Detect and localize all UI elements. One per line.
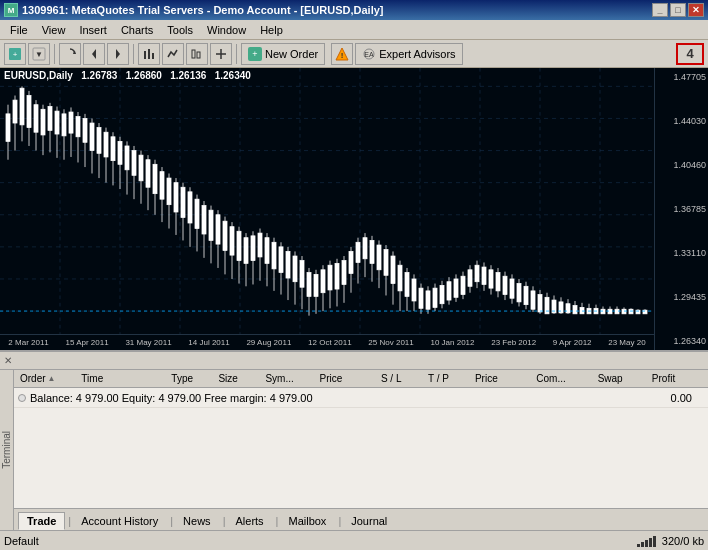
tab-sep-1: | xyxy=(68,515,71,527)
tab-mailbox[interactable]: Mailbox xyxy=(279,512,335,530)
svg-rect-125 xyxy=(314,274,318,296)
svg-rect-149 xyxy=(398,265,402,291)
bottom-tabs: Trade | Account History | News | Alerts … xyxy=(14,508,708,530)
terminal-close-button[interactable]: ✕ xyxy=(4,355,12,366)
notification-badge[interactable]: 4 xyxy=(676,43,704,65)
svg-rect-117 xyxy=(286,251,290,278)
signal-bar-4 xyxy=(649,538,652,547)
time-label-5: 29 Aug 2011 xyxy=(246,338,291,347)
svg-rect-55 xyxy=(69,112,73,133)
col-header-type: Type xyxy=(169,373,216,384)
svg-rect-93 xyxy=(202,206,206,234)
price-scale: 1.47705 1.44030 1.40460 1.36785 1.33110 … xyxy=(654,68,708,350)
app-icon: M xyxy=(4,3,18,17)
price-label-6: 1.29435 xyxy=(657,292,706,302)
svg-rect-10 xyxy=(192,50,195,58)
svg-rect-73 xyxy=(132,151,136,176)
terminal-panel: ✕ Terminal Order ▲ Time Type xyxy=(0,350,708,530)
terminal-main: Order ▲ Time Type Size Sym... Price S / … xyxy=(14,370,708,530)
toolbar-sep-1 xyxy=(54,44,55,64)
close-button[interactable]: ✕ xyxy=(688,3,704,17)
toolbar-forward[interactable] xyxy=(107,43,129,65)
toolbar-refresh[interactable] xyxy=(59,43,81,65)
svg-rect-199 xyxy=(573,306,577,314)
svg-rect-87 xyxy=(181,187,185,217)
svg-rect-141 xyxy=(370,240,374,263)
svg-rect-201 xyxy=(580,307,584,313)
toolbar-warning[interactable]: ! xyxy=(331,43,353,65)
tab-sep-5: | xyxy=(338,515,341,527)
status-right: 320/0 kb xyxy=(637,535,704,547)
svg-rect-131 xyxy=(335,263,339,289)
tab-sep-2: | xyxy=(170,515,173,527)
menu-charts[interactable]: Charts xyxy=(115,22,159,38)
svg-rect-215 xyxy=(629,309,633,314)
svg-rect-177 xyxy=(496,273,500,291)
time-label-10: 9 Apr 2012 xyxy=(553,338,592,347)
svg-rect-61 xyxy=(90,123,94,151)
status-memory: 320/0 kb xyxy=(662,535,704,547)
svg-rect-121 xyxy=(300,261,304,288)
svg-rect-63 xyxy=(97,128,101,154)
chart-symbol: EURUSD,Daily 1.26783 1.26860 1.26136 1.2… xyxy=(4,70,251,81)
svg-rect-185 xyxy=(524,286,528,304)
toolbar-back[interactable] xyxy=(83,43,105,65)
toolbar-chart3[interactable] xyxy=(186,43,208,65)
new-order-label: New Order xyxy=(265,48,318,60)
svg-rect-119 xyxy=(293,256,297,282)
tab-alerts[interactable]: Alerts xyxy=(226,512,272,530)
toolbar-btn-1[interactable]: + xyxy=(4,43,26,65)
expert-advisors-button[interactable]: EA Expert Advisors xyxy=(355,43,462,65)
svg-rect-113 xyxy=(272,242,276,269)
svg-rect-155 xyxy=(419,288,423,308)
tab-trade[interactable]: Trade xyxy=(18,512,65,530)
terminal-empty-space xyxy=(14,408,708,508)
svg-rect-209 xyxy=(608,309,612,314)
minimize-button[interactable]: _ xyxy=(652,3,668,17)
svg-rect-173 xyxy=(482,267,486,284)
price-label-5: 1.33110 xyxy=(657,248,706,258)
menu-view[interactable]: View xyxy=(36,22,72,38)
chart-container[interactable]: EURUSD,Daily 1.26783 1.26860 1.26136 1.2… xyxy=(0,68,708,350)
svg-text:+: + xyxy=(13,50,18,59)
new-order-button[interactable]: + New Order xyxy=(241,43,325,65)
balance-indicator xyxy=(18,394,26,402)
svg-rect-167 xyxy=(461,276,465,294)
menu-bar: File View Insert Charts Tools Window Hel… xyxy=(0,20,708,40)
tab-journal[interactable]: Journal xyxy=(342,512,396,530)
signal-bar-2 xyxy=(641,542,644,547)
menu-file[interactable]: File xyxy=(4,22,34,38)
status-bar: Default 320/0 kb xyxy=(0,530,708,550)
toolbar-chart1[interactable] xyxy=(138,43,160,65)
toolbar-btn-2[interactable]: ▼ xyxy=(28,43,50,65)
toolbar-chart4[interactable] xyxy=(210,43,232,65)
toolbar-chart2[interactable] xyxy=(162,43,184,65)
svg-rect-8 xyxy=(148,49,150,59)
price-label-3: 1.40460 xyxy=(657,160,706,170)
col-header-tp: T / P xyxy=(426,373,473,384)
svg-rect-159 xyxy=(433,288,437,307)
restore-button[interactable]: □ xyxy=(670,3,686,17)
svg-rect-95 xyxy=(209,210,213,240)
signal-bar-1 xyxy=(637,544,640,547)
svg-rect-171 xyxy=(475,265,479,282)
time-label-11: 23 May 20 xyxy=(608,338,645,347)
svg-marker-5 xyxy=(92,49,96,59)
svg-rect-211 xyxy=(615,309,619,314)
menu-window[interactable]: Window xyxy=(201,22,252,38)
time-label-7: 25 Nov 2011 xyxy=(368,338,413,347)
menu-insert[interactable]: Insert xyxy=(73,22,113,38)
svg-rect-69 xyxy=(118,141,122,164)
toolbar-sep-2 xyxy=(133,44,134,64)
col-header-swap: Swap xyxy=(596,373,650,384)
menu-help[interactable]: Help xyxy=(254,22,289,38)
svg-rect-109 xyxy=(258,233,262,257)
terminal-strip[interactable]: Terminal xyxy=(0,370,14,530)
price-label-2: 1.44030 xyxy=(657,116,706,126)
svg-rect-9 xyxy=(152,53,154,59)
tab-account-history[interactable]: Account History xyxy=(72,512,167,530)
menu-tools[interactable]: Tools xyxy=(161,22,199,38)
svg-rect-101 xyxy=(230,227,234,255)
tab-news[interactable]: News xyxy=(174,512,220,530)
svg-rect-83 xyxy=(167,178,171,205)
